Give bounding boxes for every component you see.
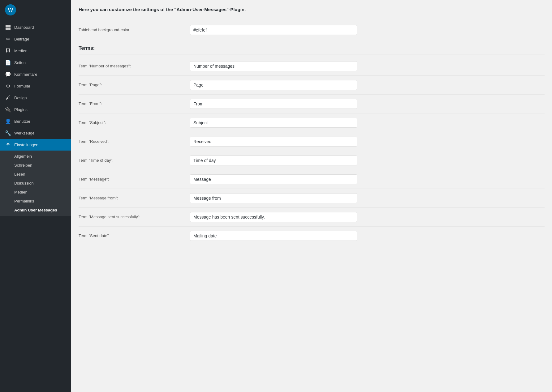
term-label-subject: Term "Subject": <box>79 118 184 125</box>
term-input-received[interactable] <box>190 137 357 147</box>
sidebar-item-beitraege[interactable]: ✏ Beiträge <box>0 33 71 45</box>
term-row-message-from: Term "Message from": <box>79 189 545 208</box>
dashboard-icon <box>5 24 11 30</box>
sidebar: W Dashboard ✏ Beiträge 🖼 Medien 📄 Seiten… <box>0 0 71 392</box>
main-content: Here you can customize the settings of t… <box>71 0 552 392</box>
term-row-message: Term "Message": <box>79 170 545 189</box>
term-input-wrap-subject <box>190 118 545 128</box>
benutzer-icon: 👤 <box>5 118 11 124</box>
subnav-schreiben[interactable]: Schreiben <box>0 161 71 170</box>
term-input-from[interactable] <box>190 99 357 109</box>
sidebar-item-label-medien: Medien <box>14 49 28 53</box>
page-description: Here you can customize the settings of t… <box>79 6 545 13</box>
term-row-from: Term "From": <box>79 95 545 113</box>
sidebar-item-seiten[interactable]: 📄 Seiten <box>0 57 71 68</box>
term-label-received: Term "Received": <box>79 137 184 144</box>
term-label-sent-date: Term "Sent date" <box>79 231 184 238</box>
sidebar-item-label-plugins: Plugins <box>14 107 28 112</box>
term-input-message-sent-successfully[interactable] <box>190 212 357 222</box>
term-row-subject: Term "Subject": <box>79 113 545 132</box>
sidebar-nav: Dashboard ✏ Beiträge 🖼 Medien 📄 Seiten 💬… <box>0 20 71 217</box>
term-input-wrap-time-of-day <box>190 156 545 165</box>
sidebar-item-label-beitraege: Beiträge <box>14 37 29 41</box>
sidebar-item-einstellungen[interactable]: Einstellungen <box>0 139 71 151</box>
term-row-time-of-day: Term "Time of day": <box>79 151 545 170</box>
sidebar-item-label-design: Design <box>14 96 27 100</box>
term-row-number-of-messages: Term "Number of messages": <box>79 57 545 76</box>
term-row-received: Term "Received": <box>79 132 545 151</box>
sidebar-logo: W <box>0 0 71 20</box>
term-input-subject[interactable] <box>190 118 357 128</box>
term-input-page[interactable] <box>190 80 357 90</box>
term-label-time-of-day: Term "Time of day": <box>79 156 184 163</box>
tablehead-row: Tablehead background-color: <box>79 21 545 39</box>
term-row-page: Term "Page": <box>79 76 545 95</box>
sidebar-item-kommentare[interactable]: 💬 Kommentare <box>0 68 71 80</box>
term-input-wrap-sent-date <box>190 231 545 241</box>
term-input-sent-date[interactable] <box>190 231 357 241</box>
einstellungen-icon <box>5 142 11 148</box>
sidebar-item-label-einstellungen: Einstellungen <box>14 143 38 147</box>
subnav-allgemein[interactable]: Allgemein <box>0 152 71 161</box>
beitraege-icon: ✏ <box>5 36 11 42</box>
term-input-wrap-from <box>190 99 545 109</box>
sidebar-item-dashboard[interactable]: Dashboard <box>0 21 71 33</box>
subnav-medien[interactable]: Medien <box>0 188 71 197</box>
sidebar-item-label-werkzeuge: Werkzeuge <box>14 131 35 135</box>
term-input-message[interactable] <box>190 174 357 184</box>
wp-logo-icon: W <box>5 4 16 15</box>
formular-icon: ⚙ <box>5 83 11 89</box>
term-input-wrap-message-from <box>190 193 545 203</box>
term-label-message: Term "Message": <box>79 174 184 181</box>
term-label-number-of-messages: Term "Number of messages": <box>79 61 184 68</box>
term-input-wrap-message <box>190 174 545 184</box>
subnav-lesen[interactable]: Lesen <box>0 170 71 179</box>
tablehead-label: Tablehead background-color: <box>79 25 184 32</box>
term-input-wrap-received <box>190 137 545 147</box>
plugins-icon: 🔌 <box>5 106 11 113</box>
svg-rect-0 <box>6 25 8 27</box>
term-label-page: Term "Page": <box>79 80 184 87</box>
design-icon: 🖌 <box>5 95 11 101</box>
seiten-icon: 📄 <box>5 59 11 66</box>
sidebar-item-werkzeuge[interactable]: 🔧 Werkzeuge <box>0 127 71 139</box>
sidebar-item-label-seiten: Seiten <box>14 60 26 65</box>
tablehead-input-wrap <box>190 25 545 35</box>
sidebar-item-label-dashboard: Dashboard <box>14 25 34 30</box>
subnav-admin-user-messages[interactable]: Admin User Messages <box>0 206 71 215</box>
einstellungen-subnav: Allgemein Schreiben Lesen Diskussion Med… <box>0 151 71 216</box>
svg-point-4 <box>7 144 9 145</box>
term-label-from: Term "From": <box>79 99 184 106</box>
term-input-message-from[interactable] <box>190 193 357 203</box>
term-input-wrap-number-of-messages <box>190 61 545 71</box>
subnav-permalinks[interactable]: Permalinks <box>0 197 71 206</box>
svg-rect-2 <box>6 28 8 30</box>
sidebar-item-plugins[interactable]: 🔌 Plugins <box>0 104 71 115</box>
terms-title: Terms: <box>79 45 545 51</box>
kommentare-icon: 💬 <box>5 71 11 77</box>
sidebar-item-label-kommentare: Kommentare <box>14 72 37 77</box>
subnav-diskussion[interactable]: Diskussion <box>0 179 71 188</box>
term-label-message-from: Term "Message from": <box>79 193 184 200</box>
term-input-wrap-message-sent-successfully <box>190 212 545 222</box>
sidebar-item-benutzer[interactable]: 👤 Benutzer <box>0 115 71 127</box>
terms-divider <box>79 54 545 54</box>
tablehead-color-input[interactable] <box>190 25 357 35</box>
sidebar-item-formular[interactable]: ⚙ Formular <box>0 80 71 92</box>
terms-section: Term "Number of messages": Term "Page": … <box>79 57 545 245</box>
term-input-number-of-messages[interactable] <box>190 61 357 71</box>
sidebar-item-medien[interactable]: 🖼 Medien <box>0 45 71 57</box>
sidebar-item-label-benutzer: Benutzer <box>14 119 30 124</box>
tablehead-section: Tablehead background-color: <box>79 21 545 39</box>
term-input-time-of-day[interactable] <box>190 156 357 165</box>
werkzeuge-icon: 🔧 <box>5 130 11 136</box>
term-row-sent-date: Term "Sent date" <box>79 227 545 245</box>
term-row-message-sent-successfully: Term "Message sent successfully": <box>79 208 545 227</box>
sidebar-item-design[interactable]: 🖌 Design <box>0 92 71 104</box>
term-input-wrap-page <box>190 80 545 90</box>
sidebar-item-label-formular: Formular <box>14 84 30 88</box>
medien-icon: 🖼 <box>5 48 11 54</box>
term-label-message-sent-successfully: Term "Message sent successfully": <box>79 212 184 219</box>
svg-rect-1 <box>8 25 11 27</box>
svg-rect-3 <box>8 28 11 30</box>
